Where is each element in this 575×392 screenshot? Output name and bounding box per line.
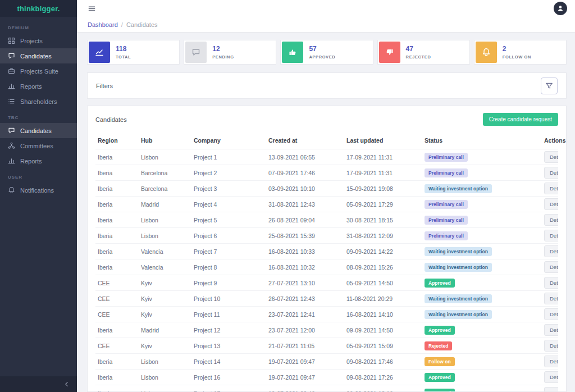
main-area: Dashboard / Candidates 118TOTAL12PENDING… bbox=[77, 0, 575, 392]
create-candidate-request-button[interactable]: Create candidate request bbox=[483, 113, 558, 126]
status-badge: Waiting investment option bbox=[425, 294, 492, 303]
cell-region: CEE bbox=[95, 338, 139, 354]
sidebar-item-projects[interactable]: Projects bbox=[0, 33, 77, 48]
table-row: IberiaValenciaProject 816-08-2021 10:320… bbox=[95, 259, 558, 275]
cell-last-updated: 06-09-2021 12:16 bbox=[344, 385, 422, 392]
sidebar-item-label: Reports bbox=[20, 158, 42, 165]
details-button[interactable]: Details bbox=[544, 293, 558, 304]
nav-section-label: TBC bbox=[0, 109, 77, 123]
table-row: IberiaMadridProject 431-08-2021 12:4305-… bbox=[95, 197, 558, 212]
menu-icon[interactable] bbox=[88, 4, 96, 13]
cell-actions: Details bbox=[542, 197, 558, 212]
cell-hub: Kyiv bbox=[139, 307, 191, 322]
sidebar-item-committees[interactable]: Committees bbox=[0, 138, 77, 153]
cell-hub: Lisbon bbox=[139, 228, 191, 244]
cell-created-at: 23-07-2021 12:41 bbox=[266, 307, 344, 322]
details-button[interactable]: Details bbox=[544, 151, 558, 163]
cell-actions: Details bbox=[542, 259, 558, 275]
cell-status: Preliminary call bbox=[422, 149, 542, 165]
details-button[interactable]: Details bbox=[544, 261, 558, 273]
avatar[interactable] bbox=[554, 2, 567, 15]
sidebar-item-shareholders[interactable]: Shareholders bbox=[0, 94, 77, 109]
details-button[interactable]: Details bbox=[544, 245, 558, 257]
app-logo: thinkbigger. bbox=[17, 4, 60, 13]
cell-status: Preliminary call bbox=[422, 228, 542, 244]
breadcrumb-dashboard-link[interactable]: Dashboard bbox=[88, 21, 118, 28]
table-row: IberiaLisbonProject 625-08-2021 15:3931-… bbox=[95, 228, 558, 244]
cell-company: Project 16 bbox=[191, 370, 266, 385]
details-button[interactable]: Details bbox=[544, 198, 558, 210]
thumbs-up-icon bbox=[282, 42, 303, 63]
cell-actions: Details bbox=[542, 244, 558, 259]
status-badge: Approved bbox=[425, 389, 455, 392]
cell-hub: Madrid bbox=[139, 322, 191, 338]
cell-company: Project 5 bbox=[191, 212, 266, 228]
cell-company: Project 7 bbox=[191, 244, 266, 259]
cell-region: Iberia bbox=[95, 181, 139, 197]
details-button[interactable]: Details bbox=[544, 355, 558, 367]
sidebar-item-label: Reports bbox=[20, 83, 42, 90]
cell-company: Project 8 bbox=[191, 259, 266, 275]
cell-last-updated: 31-08-2021 12:09 bbox=[344, 228, 422, 244]
details-button[interactable]: Details bbox=[544, 308, 558, 320]
sidebar-item-reports[interactable]: Reports bbox=[0, 153, 77, 168]
status-badge: Preliminary call bbox=[425, 216, 468, 225]
stat-label: PENDING bbox=[212, 54, 234, 60]
sidebar-item-label: Shareholders bbox=[20, 98, 57, 105]
cell-region: CEE bbox=[95, 275, 139, 291]
cell-last-updated: 08-09-2021 15:26 bbox=[344, 259, 422, 275]
details-button[interactable]: Details bbox=[544, 167, 558, 179]
cell-created-at: 25-08-2021 15:39 bbox=[266, 228, 344, 244]
cell-company: Project 14 bbox=[191, 354, 266, 370]
sidebar-item-candidates[interactable]: Candidates bbox=[0, 123, 77, 138]
sidebar-item-candidates[interactable]: Candidates bbox=[0, 48, 77, 63]
cell-status: Preliminary call bbox=[422, 197, 542, 212]
details-button[interactable]: Details bbox=[544, 371, 558, 383]
cell-actions: Details bbox=[542, 338, 558, 354]
stat-label: APPROVED bbox=[309, 54, 335, 60]
bell-icon bbox=[8, 186, 15, 194]
details-button[interactable]: Details bbox=[544, 387, 558, 392]
stats-row: 118TOTAL12PENDING57APPROVED47REJECTED2FO… bbox=[87, 40, 567, 65]
details-button[interactable]: Details bbox=[544, 340, 558, 352]
sidebar-item-notifications[interactable]: Notifications bbox=[0, 183, 77, 198]
cell-company: Project 1 bbox=[191, 149, 266, 165]
cell-region: Iberia bbox=[95, 385, 139, 392]
status-badge: Preliminary call bbox=[425, 168, 468, 177]
cell-actions: Details bbox=[542, 228, 558, 244]
details-button[interactable]: Details bbox=[544, 230, 558, 241]
details-button[interactable]: Details bbox=[544, 183, 558, 194]
status-badge: Waiting investment option bbox=[425, 263, 492, 272]
cell-company: Project 2 bbox=[191, 165, 266, 181]
cell-hub: Kyiv bbox=[139, 338, 191, 354]
cell-status: Preliminary call bbox=[422, 165, 542, 181]
stat-card-total: 118TOTAL bbox=[87, 40, 180, 65]
cell-status: Approved bbox=[422, 370, 542, 385]
bell-icon bbox=[476, 42, 497, 63]
cell-region: Iberia bbox=[95, 149, 139, 165]
sidebar-item-projects-suite[interactable]: Projects Suite bbox=[0, 63, 77, 79]
column-header-company: Company bbox=[191, 133, 266, 149]
stat-label: FOLLOW ON bbox=[503, 54, 531, 60]
cell-actions: Details bbox=[542, 149, 558, 165]
details-button[interactable]: Details bbox=[544, 214, 558, 226]
cell-region: Iberia bbox=[95, 354, 139, 370]
cell-created-at: 23-07-2021 12:00 bbox=[266, 322, 344, 338]
cell-company: Project 9 bbox=[191, 275, 266, 291]
filter-button[interactable] bbox=[541, 78, 558, 94]
table-row: CEEKyivProject 1026-07-2021 12:4311-08-2… bbox=[95, 291, 558, 307]
details-button[interactable]: Details bbox=[544, 277, 558, 289]
nav-section-label: USER bbox=[0, 168, 77, 183]
cell-actions: Details bbox=[542, 370, 558, 385]
cell-actions: Details bbox=[542, 275, 558, 291]
details-button[interactable]: Details bbox=[544, 324, 558, 336]
cell-company: Project 17 bbox=[191, 385, 266, 392]
cell-region: CEE bbox=[95, 291, 139, 307]
column-header-created-at: Created at bbox=[266, 133, 344, 149]
table-row: IberiaLisbonProject 526-08-2021 09:0430-… bbox=[95, 212, 558, 228]
table-row: IberiaLisbonProject 1619-07-2021 09:4709… bbox=[95, 370, 558, 385]
stat-label: TOTAL bbox=[116, 54, 131, 60]
table-row: CEEKyivProject 1321-07-2021 11:0505-09-2… bbox=[95, 338, 558, 354]
sidebar-collapse-button[interactable] bbox=[0, 376, 77, 392]
sidebar-item-reports[interactable]: Reports bbox=[0, 79, 77, 94]
